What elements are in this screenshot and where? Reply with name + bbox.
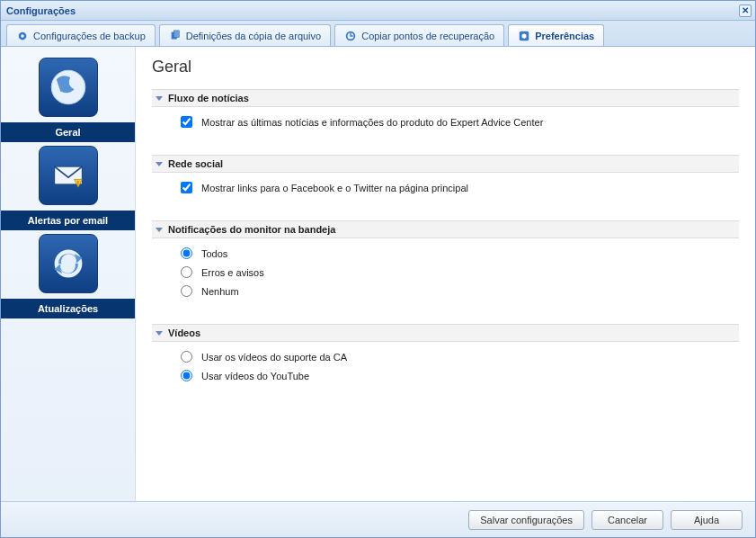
- section-videos: Vídeos Usar os vídeos do suporte da CA U…: [152, 324, 739, 392]
- mail-alert-icon: !: [39, 146, 98, 205]
- sidebar-item-general[interactable]: Geral: [1, 54, 135, 142]
- save-button[interactable]: Salvar configurações: [468, 510, 584, 530]
- chevron-down-icon: [156, 331, 163, 336]
- section-social: Rede social Mostrar links para o Faceboo…: [152, 155, 739, 204]
- help-button[interactable]: Ajuda: [671, 510, 743, 530]
- radio-label: Nenhum: [201, 286, 239, 297]
- cancel-button[interactable]: Cancelar: [591, 510, 663, 530]
- titlebar: Configurações ✕: [1, 1, 755, 21]
- section-title: Vídeos: [168, 327, 200, 338]
- recovery-icon: [344, 30, 357, 42]
- radio-label: Usar vídeos do YouTube: [201, 371, 309, 381]
- svg-text:!: !: [77, 180, 79, 186]
- tab-label: Copiar pontos de recuperação: [361, 31, 494, 41]
- tab-label: Configurações de backup: [33, 31, 146, 41]
- tab-backup-settings[interactable]: Configurações de backup: [6, 24, 156, 46]
- radio-tray-errors[interactable]: [181, 266, 192, 278]
- section-title: Notificações do monitor na bandeja: [168, 224, 335, 235]
- checkbox-newsfeed[interactable]: [181, 116, 192, 128]
- close-button[interactable]: ✕: [739, 4, 752, 17]
- sidebar-item-label: Alertas por email: [1, 211, 135, 230]
- sidebar-item-email-alerts[interactable]: ! Alertas por email: [1, 142, 135, 230]
- copy-icon: [169, 30, 182, 42]
- radio-label: Erros e avisos: [201, 267, 264, 278]
- footer-bar: Salvar configurações Cancelar Ajuda: [1, 501, 755, 537]
- chevron-down-icon: [156, 96, 163, 101]
- section-title: Fluxo de notícias: [168, 93, 249, 103]
- section-tray: Notificações do monitor na bandeja Todos…: [152, 220, 739, 308]
- section-header-tray[interactable]: Notificações do monitor na bandeja: [152, 220, 739, 238]
- checkbox-label: Mostrar links para o Facebook e o Twitte…: [201, 183, 468, 193]
- section-header-newsfeed[interactable]: Fluxo de notícias: [152, 89, 739, 107]
- close-icon: ✕: [742, 5, 749, 15]
- tab-file-copy-settings[interactable]: Definições da cópia de arquivo: [159, 24, 331, 46]
- section-header-social[interactable]: Rede social: [152, 155, 739, 173]
- chevron-down-icon: [156, 162, 163, 166]
- sidebar-item-label: Atualizações: [1, 299, 135, 318]
- section-header-videos[interactable]: Vídeos: [152, 324, 739, 342]
- preferences-icon: [518, 30, 530, 42]
- page-title: Geral: [152, 58, 739, 76]
- globe-icon: [39, 58, 98, 117]
- settings-window: Configurações ✕ Configurações de backup …: [0, 0, 756, 538]
- update-icon: [39, 234, 98, 293]
- sidebar-item-updates[interactable]: Atualizações: [1, 230, 135, 318]
- section-title: Rede social: [168, 158, 223, 169]
- tab-bar: Configurações de backup Definições da có…: [1, 21, 755, 46]
- checkbox-social[interactable]: [181, 182, 192, 193]
- radio-tray-all[interactable]: [181, 247, 192, 259]
- svg-rect-3: [173, 30, 179, 37]
- radio-videos-ca[interactable]: [181, 351, 192, 363]
- tab-label: Preferências: [535, 31, 594, 41]
- preferences-sidebar: Geral ! Alertas por email: [1, 47, 136, 502]
- window-title: Configurações: [6, 5, 76, 16]
- radio-label: Usar os vídeos do suporte da CA: [201, 352, 347, 363]
- gear-icon: [16, 30, 29, 42]
- tab-preferences[interactable]: Preferências: [508, 24, 604, 46]
- chevron-down-icon: [156, 228, 163, 232]
- radio-videos-youtube[interactable]: [181, 370, 192, 381]
- checkbox-label: Mostrar as últimas notícias e informaçõe…: [201, 117, 543, 128]
- svg-point-1: [21, 34, 24, 38]
- radio-tray-none[interactable]: [181, 285, 192, 297]
- sidebar-item-label: Geral: [1, 122, 135, 142]
- radio-label: Todos: [201, 248, 227, 259]
- tab-copy-recovery-points[interactable]: Copiar pontos de recuperação: [334, 24, 504, 46]
- content-area: Geral ! Alertas por email: [1, 46, 755, 502]
- tab-label: Definições da cópia de arquivo: [186, 31, 321, 41]
- main-panel: Geral Fluxo de notícias Mostrar as últim…: [136, 47, 755, 502]
- section-newsfeed: Fluxo de notícias Mostrar as últimas not…: [152, 89, 739, 139]
- svg-point-6: [522, 33, 527, 38]
